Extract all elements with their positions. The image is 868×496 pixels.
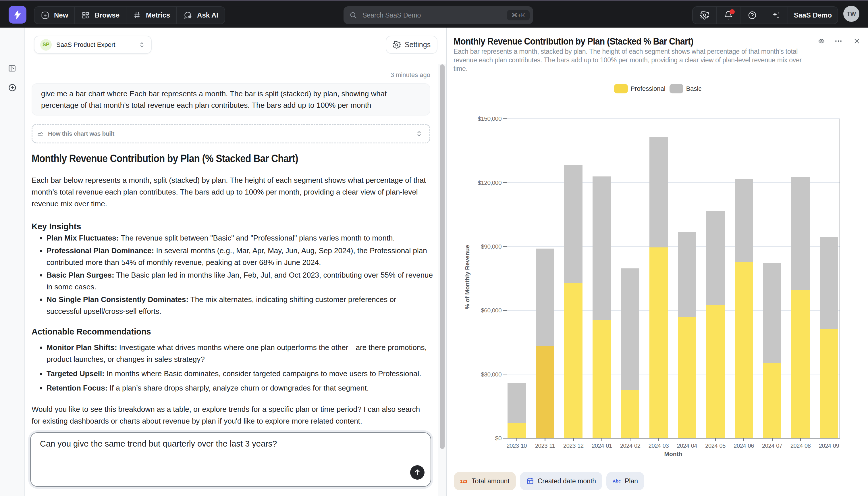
svg-text:$30,000: $30,000 (481, 371, 501, 377)
svg-text:$120,000: $120,000 (478, 179, 501, 186)
svg-text:123: 123 (460, 479, 467, 484)
svg-text:2024-07: 2024-07 (762, 443, 783, 449)
svg-text:Abc: Abc (613, 479, 621, 483)
svg-text:2023-10: 2023-10 (507, 443, 527, 449)
svg-text:2024-09: 2024-09 (819, 443, 839, 449)
svg-text:2024-06: 2024-06 (734, 443, 754, 449)
svg-text:Month: Month (664, 451, 682, 457)
svg-text:2023-11: 2023-11 (535, 443, 555, 449)
svg-text:2024-03: 2024-03 (648, 443, 669, 449)
svg-text:2024-04: 2024-04 (677, 443, 697, 449)
svg-text:% of Monthly Revenue: % of Monthly Revenue (464, 245, 470, 309)
svg-text:2024-02: 2024-02 (620, 443, 641, 449)
svg-text:$0: $0 (495, 435, 501, 441)
svg-text:$60,000: $60,000 (481, 307, 501, 313)
svg-text:$150,000: $150,000 (478, 115, 501, 122)
svg-text:2024-05: 2024-05 (705, 443, 725, 449)
svg-text:$90,000: $90,000 (481, 243, 501, 250)
svg-text:2024-01: 2024-01 (592, 443, 612, 449)
svg-text:2024-08: 2024-08 (790, 443, 811, 449)
svg-text:2023-12: 2023-12 (563, 443, 584, 449)
